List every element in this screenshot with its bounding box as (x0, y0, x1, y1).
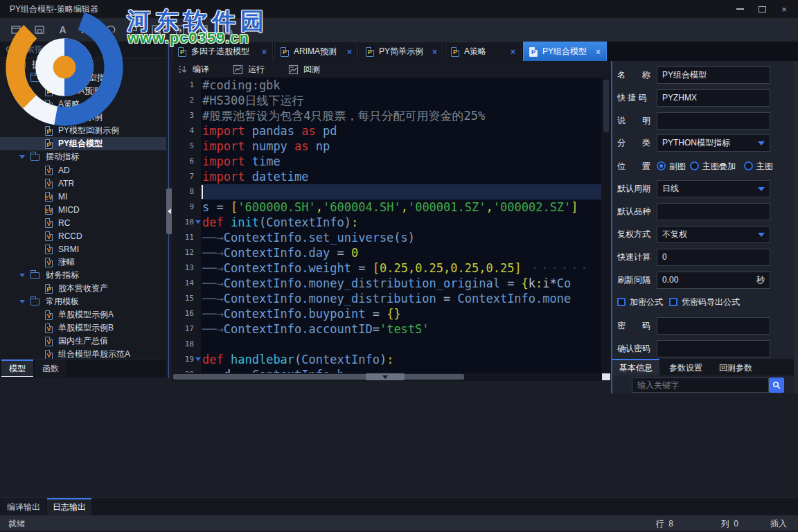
tree-item-MI[interactable]: ±VMI (0, 190, 166, 203)
editor-tab-A策略[interactable]: PA策略× (445, 42, 522, 61)
回测-button[interactable]: 回测 (288, 64, 320, 76)
find-in-page-icon[interactable] (150, 22, 164, 37)
expanded-arrow-icon[interactable] (19, 155, 25, 159)
close-tab-icon[interactable]: × (596, 47, 601, 57)
left-splitter[interactable] (166, 42, 172, 378)
category-select[interactable]: PYTHON模型指标 (657, 134, 770, 152)
tree-item-常用模板[interactable]: 常用模板 (0, 295, 166, 308)
code-line-7[interactable]: 7import datetime (172, 169, 601, 184)
tree-item-国内生产总值[interactable]: V国内生产总值 (0, 335, 166, 348)
tree-item-SRMI[interactable]: VSRMI (0, 242, 166, 256)
close-tab-icon[interactable]: × (347, 47, 352, 57)
code-line-10[interactable]: 10def init(ContextInfo): (172, 215, 601, 230)
tree-item-单股模型示例B[interactable]: V单股模型示例B (0, 321, 166, 335)
code-line-17[interactable]: 17──→ContextInfo.accountID='testS' (172, 321, 601, 337)
code-line-5[interactable]: 5import numpy as np (172, 139, 601, 154)
close-button[interactable]: × (773, 0, 795, 18)
hotkey-field[interactable]: PYZHMX (657, 89, 770, 107)
properties-scrollbar[interactable] (794, 61, 798, 393)
code-editor[interactable]: 1#coding:gbk2#HS300日线下运行3#股票池暂设为包含4只股票，每… (172, 78, 611, 381)
minimize-button[interactable] (729, 0, 751, 18)
default-period-select[interactable]: 日线 (657, 180, 770, 197)
save-window-icon[interactable] (32, 22, 46, 37)
tree-item-PY模型回测示例[interactable]: PPY模型回测示例 (0, 124, 166, 137)
password-field[interactable] (657, 317, 770, 335)
editor-vertical-scrollbar[interactable] (601, 78, 611, 373)
code-line-19[interactable]: 19def handlebar(ContextInfo): (172, 352, 601, 367)
code-line-14[interactable]: 14──→ContextInfo.money_distribution_orig… (172, 276, 601, 291)
code-line-8[interactable]: 8 (172, 184, 601, 200)
tree-item-AD[interactable]: VAD (0, 163, 166, 177)
font-increase-icon[interactable]: A+ (79, 22, 94, 37)
export-with-password-checkbox[interactable]: 凭密码导出公式 (669, 295, 740, 309)
indicator-search-input[interactable]: 搜索指标 (0, 42, 166, 58)
output-tab-编译输出[interactable]: 编译输出 (1, 498, 46, 515)
code-line-16[interactable]: 16──→ContextInfo.buypoint = {} (172, 306, 601, 321)
keyword-search-button[interactable] (769, 378, 784, 393)
运行-button[interactable]: 运行 (233, 64, 265, 76)
code-line-13[interactable]: 13──→ContextInfo.weight = [0.25,0.25,0.2… (172, 260, 601, 276)
tree-item-技术指标[interactable]: 技术指标 (0, 58, 166, 71)
code-line-11[interactable]: 11──→ContextInfo.set_universe(s) (172, 230, 601, 245)
properties-tab-回测参数[interactable]: 回测参数 (712, 359, 759, 375)
tree-item-涨幅[interactable]: V涨幅 (0, 256, 166, 269)
fold-arrow-icon[interactable] (195, 357, 201, 361)
horizontal-scroll-thumb[interactable] (173, 374, 464, 380)
editor-tab-PY组合模型[interactable]: PPY组合模型× (523, 42, 607, 61)
expanded-arrow-icon[interactable] (19, 76, 25, 80)
confirm-password-field[interactable] (657, 340, 770, 357)
output-tab-日志输出[interactable]: 日志输出 (47, 498, 91, 515)
code-line-4[interactable]: 4import pandas as pd (172, 123, 601, 139)
tree-item-财务指标[interactable]: 财务指标 (0, 269, 166, 282)
position-radio-main-chart[interactable]: 主图 (744, 158, 773, 175)
adjust-mode-select[interactable]: 不复权 (657, 226, 770, 243)
tree-item-MICD[interactable]: ±VMICD (0, 203, 166, 216)
export-script-icon[interactable] (197, 22, 211, 37)
code-line-2[interactable]: 2#HS300日线下运行 (172, 93, 601, 108)
editor-tab-PY简单示例[interactable]: PPY简单示例× (360, 42, 443, 61)
tree-item-PY简单示例[interactable]: PPY简单示例 (0, 111, 166, 124)
refresh-interval-field[interactable]: 0.00秒 (657, 272, 770, 289)
editor-tab-多因子选股模型[interactable]: P多因子选股模型× (172, 42, 273, 61)
left-tab-函数[interactable]: 函数 (35, 360, 66, 377)
maximize-button[interactable] (751, 0, 773, 18)
tree-item-ARIMA预测[interactable]: PARIMA预测 (0, 85, 166, 98)
expanded-arrow-icon[interactable] (19, 300, 25, 303)
default-symbol-field[interactable] (657, 203, 770, 220)
keyword-search-input[interactable]: 输入关键字 (632, 378, 769, 393)
code-line-18[interactable]: 18 (172, 337, 601, 352)
collapse-bottom-panel-handle[interactable] (366, 373, 405, 380)
tree-item-单股模型示例A[interactable]: V单股模型示例A (0, 308, 166, 321)
properties-tab-参数设置[interactable]: 参数设置 (662, 359, 709, 375)
code-line-9[interactable]: 9s = ['600000.SH','600004.SH','000001.SZ… (172, 200, 601, 215)
properties-tab-基本信息[interactable]: 基本信息 (612, 359, 659, 375)
quick-calc-field[interactable]: 0 (657, 249, 770, 266)
name-field[interactable]: PY组合模型 (657, 66, 770, 84)
tree-item-组合模型单股示范A[interactable]: V组合模型单股示范A (0, 348, 166, 359)
code-line-3[interactable]: 3#股票池暂设为包含4只股票，每只分配可用资金的25% (172, 108, 601, 123)
font-decrease-icon[interactable]: A (55, 22, 70, 37)
code-line-15[interactable]: 15──→ContextInfo.money_distribution = Co… (172, 291, 601, 306)
encrypt-formula-checkbox[interactable]: 加密公式 (617, 295, 663, 309)
编译-button[interactable]: 编译 (177, 64, 209, 76)
position-radio-overlay[interactable]: 主图叠加 (690, 158, 736, 175)
code-line-12[interactable]: 12──→ContextInfo.day = 0 (172, 245, 601, 260)
tree-item-ATR[interactable]: VATR (0, 177, 166, 190)
close-tab-icon[interactable]: × (432, 47, 437, 57)
tree-item-股本营收资产[interactable]: P股本营收资产 (0, 282, 166, 295)
description-field[interactable] (657, 112, 770, 130)
tree-item-RC[interactable]: VRC (0, 216, 166, 229)
vertical-scroll-thumb[interactable] (603, 80, 609, 132)
fold-arrow-icon[interactable] (195, 220, 201, 224)
tree-item-A策略[interactable]: PA策略 (0, 98, 166, 111)
code-line-20[interactable]: 20──→d = ContextInfo.b (172, 367, 601, 373)
tree-item-摆动指标[interactable]: 摆动指标 (0, 150, 166, 163)
tree-item-RCCD[interactable]: VRCCD (0, 229, 166, 242)
editor-tab-ARIMA预测[interactable]: PARIMA预测× (274, 42, 358, 61)
tree-item-PY组合模型[interactable]: PPY组合模型 (0, 137, 166, 150)
position-radio-sub-chart[interactable]: 副图 (657, 158, 686, 175)
undo-icon[interactable] (103, 22, 117, 37)
import-page-icon[interactable] (173, 22, 188, 37)
redo-icon[interactable] (126, 22, 141, 37)
script-settings-icon[interactable] (220, 22, 235, 37)
